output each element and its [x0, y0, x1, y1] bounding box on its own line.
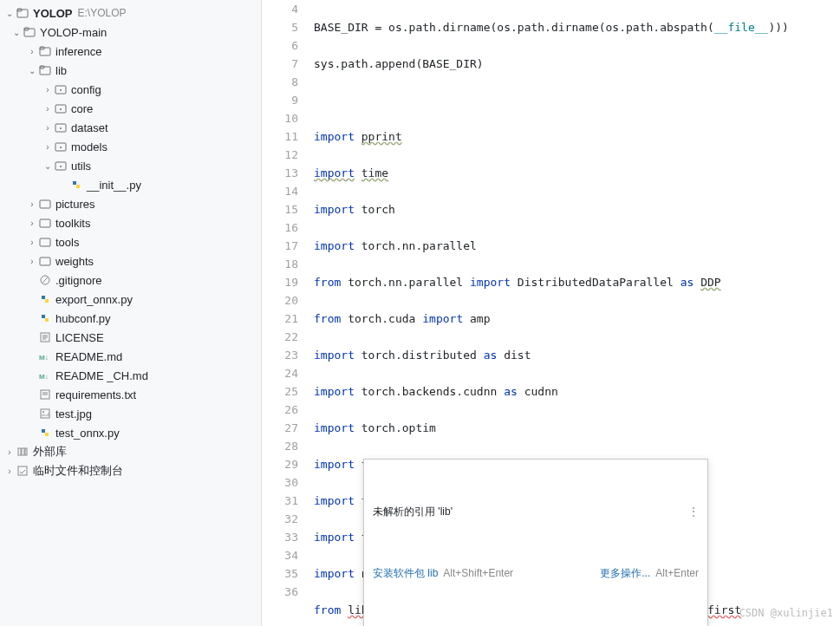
svg-rect-35	[18, 448, 21, 455]
popup-action-install[interactable]: 安装软件包 lib	[373, 564, 438, 583]
svg-rect-6	[40, 67, 50, 75]
tree-folder-models[interactable]: ›models	[0, 137, 261, 156]
code-line[interactable]: import torch.nn.parallel	[314, 237, 840, 255]
svg-point-11	[60, 108, 62, 110]
tree-file-initpy[interactable]: __init__.py	[0, 175, 261, 194]
tree-folder-dataset[interactable]: ›dataset	[0, 118, 261, 137]
line-number: 13	[262, 164, 298, 182]
line-number: 31	[262, 492, 298, 510]
code-line[interactable]: import torch.optim	[314, 419, 840, 437]
shortcut-hint: Alt+Enter	[655, 564, 699, 583]
svg-point-17	[60, 166, 62, 167]
tree-file-testjpg[interactable]: test.jpg	[0, 404, 261, 423]
chevron-right-icon[interactable]: ›	[3, 447, 16, 457]
folder-icon	[38, 254, 52, 268]
tree-file-readme[interactable]: M↓README.md	[0, 347, 261, 366]
tree-file-license[interactable]: LICENSE	[0, 328, 261, 347]
svg-rect-21	[40, 258, 50, 265]
project-tree[interactable]: ⌄ YOLOP E:\YOLOP ⌄YOLOP-main ›inference …	[0, 0, 262, 626]
code-editor[interactable]: 4567891011121314151617181920212223242526…	[262, 0, 840, 626]
code-line[interactable]: BASE_DIR = os.path.dirname(os.path.dirna…	[314, 18, 840, 36]
tree-file-reqs[interactable]: requirements.txt	[0, 385, 261, 404]
code-line[interactable]: from torch.nn.parallel import Distribute…	[314, 273, 840, 291]
code-line[interactable]: import time	[314, 164, 840, 182]
line-number: 36	[262, 583, 298, 601]
tree-file-export[interactable]: export_onnx.py	[0, 290, 261, 309]
folder-icon	[23, 25, 36, 39]
tree-scratches[interactable]: ›临时文件和控制台	[0, 461, 261, 480]
code-line[interactable]: sys.path.append(BASE_DIR)	[314, 55, 840, 73]
svg-rect-37	[25, 448, 27, 455]
watermark: CSDN @xulinjie1	[739, 604, 833, 623]
package-icon	[54, 159, 68, 173]
tree-folder-utils[interactable]: ⌄utils	[0, 156, 261, 175]
tree-external-libs[interactable]: ›外部库	[0, 442, 261, 461]
code-line[interactable]: import torch	[314, 200, 840, 218]
line-number: 8	[262, 73, 298, 91]
shortcut-hint: Alt+Shift+Enter	[443, 564, 513, 583]
line-number: 19	[262, 273, 298, 291]
tree-folder-core[interactable]: ›core	[0, 99, 261, 118]
chevron-down-icon[interactable]: ⌄	[26, 66, 38, 75]
folder-icon	[38, 235, 52, 249]
chevron-right-icon[interactable]: ›	[42, 142, 54, 152]
tree-folder-inference[interactable]: ›inference	[0, 42, 261, 61]
code-line[interactable]: import torch.distributed as dist	[314, 346, 840, 364]
tree-root[interactable]: ⌄ YOLOP E:\YOLOP	[0, 3, 261, 23]
svg-rect-4	[40, 48, 50, 55]
svg-point-34	[42, 411, 44, 413]
package-icon	[54, 82, 68, 96]
chevron-right-icon[interactable]: ›	[3, 466, 16, 476]
chevron-right-icon[interactable]: ›	[26, 199, 38, 209]
tree-file-hubconf[interactable]: hubconf.py	[0, 309, 261, 328]
line-number: 9	[262, 91, 298, 109]
line-number: 22	[262, 328, 298, 346]
code-line[interactable]: import pprint	[314, 127, 840, 146]
popup-more-actions[interactable]: 更多操作...	[600, 564, 650, 583]
line-number: 28	[262, 437, 298, 455]
code-line[interactable]: import torch.backends.cudnn as cudnn	[314, 382, 840, 401]
line-number: 7	[262, 55, 298, 73]
tree-folder-lib[interactable]: ⌄lib	[0, 61, 261, 80]
line-number: 30	[262, 473, 298, 492]
svg-point-13	[60, 127, 62, 129]
line-number: 29	[262, 455, 298, 473]
tree-folder-toolkits[interactable]: ›toolkits	[0, 213, 261, 232]
svg-rect-20	[40, 238, 50, 246]
chevron-right-icon[interactable]: ›	[26, 257, 38, 266]
folder-icon	[38, 197, 52, 211]
inspection-popup[interactable]: 未解析的引用 'lib' ⋮ 安装软件包 lib Alt+Shift+Enter…	[363, 459, 708, 626]
library-icon	[16, 445, 29, 459]
markdown-icon: M↓	[38, 349, 52, 363]
chevron-down-icon[interactable]: ⌄	[42, 161, 54, 171]
code-line[interactable]: from torch.cuda import amp	[314, 310, 840, 328]
chevron-right-icon[interactable]: ›	[42, 85, 54, 95]
chevron-right-icon[interactable]: ›	[42, 104, 54, 114]
tree-file-readme-ch[interactable]: M↓README _CH.md	[0, 366, 261, 385]
chevron-down-icon[interactable]: ⌄	[10, 28, 23, 37]
folder-icon	[38, 44, 52, 58]
svg-line-23	[42, 277, 49, 284]
tree-file-gitignore[interactable]: .gitignore	[0, 271, 261, 290]
line-number: 27	[262, 419, 298, 437]
chevron-right-icon[interactable]: ›	[26, 218, 38, 228]
code-line[interactable]	[314, 91, 840, 109]
svg-rect-2	[24, 29, 35, 36]
chevron-down-icon[interactable]: ⌄	[3, 9, 16, 18]
more-icon[interactable]: ⋮	[688, 503, 699, 521]
code-area[interactable]: BASE_DIR = os.path.dirname(os.path.dirna…	[314, 0, 840, 626]
gitignore-icon	[38, 273, 52, 287]
python-file-icon	[38, 311, 52, 325]
line-number: 25	[262, 382, 298, 401]
tree-folder-main[interactable]: ⌄YOLOP-main	[0, 23, 261, 42]
chevron-right-icon[interactable]: ›	[26, 47, 38, 56]
tree-file-testonnx[interactable]: test_onnx.py	[0, 423, 261, 442]
tree-folder-pictures[interactable]: ›pictures	[0, 194, 261, 213]
popup-title: 未解析的引用 'lib'	[373, 503, 453, 521]
tree-folder-config[interactable]: ›config	[0, 80, 261, 99]
tree-folder-weights[interactable]: ›weights	[0, 251, 261, 271]
chevron-right-icon[interactable]: ›	[42, 123, 54, 133]
line-number: 20	[262, 291, 298, 310]
tree-folder-tools[interactable]: ›tools	[0, 232, 261, 251]
chevron-right-icon[interactable]: ›	[26, 238, 38, 247]
